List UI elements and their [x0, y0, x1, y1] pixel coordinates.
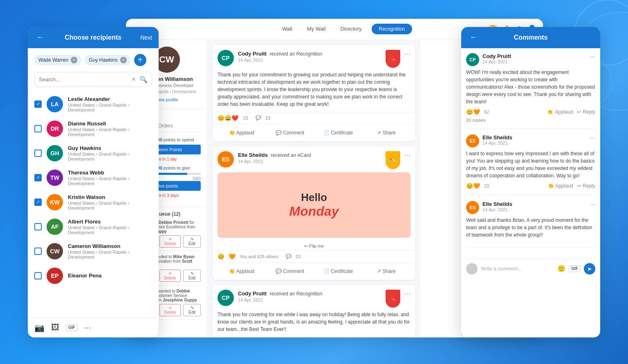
post-actions: 👏 Applaud 💬 Comment 📄 Certificate ↗ Shar…: [213, 262, 415, 280]
checkbox-guy[interactable]: [34, 150, 42, 157]
post-date: 14 Apr, 2021: [238, 159, 381, 164]
comments-panel: ← Comments CP Cody Pruitt 14 Apr, 2021 ·…: [461, 27, 600, 337]
checkbox-kristin[interactable]: [34, 199, 42, 206]
tab-recognition[interactable]: Recognition: [372, 24, 412, 34]
applaud-action[interactable]: 👏 Applaud: [548, 183, 573, 189]
post-avatar: ES: [218, 151, 234, 167]
applaud-action[interactable]: 👏 Applaud: [547, 109, 573, 115]
person-name: Cameron Williamson: [68, 243, 152, 249]
post-more-icon[interactable]: ···: [404, 151, 410, 160]
search-icon[interactable]: 🔍: [139, 76, 148, 83]
gif-button-comment[interactable]: GIF: [569, 265, 581, 272]
post-recognition-1: CP Cody Pruitt received an Recognition 1…: [213, 45, 415, 141]
list-item[interactable]: EP Eleanor Pena: [28, 264, 159, 288]
poster-name: Elle Sheilds: [238, 152, 268, 158]
recognition-badge-2: 🔖: [386, 290, 400, 308]
comment-text-input[interactable]: [481, 266, 554, 272]
comment-avatar: ES: [466, 134, 479, 147]
applaud-button[interactable]: 👏 Applaud: [218, 265, 266, 277]
avatar: EP: [47, 268, 63, 284]
certificate-button[interactable]: 📄 Certificate: [314, 265, 362, 277]
post-actions: 👏 Applaud 💬 Comment 📄 Certificate ↗ Shar…: [213, 124, 415, 141]
comment-button[interactable]: 💬 Comment: [266, 127, 314, 139]
edit-button[interactable]: ✎ Edit: [183, 270, 201, 282]
recognition-badge: 🔖: [386, 50, 400, 68]
next-button[interactable]: Next: [140, 34, 152, 41]
comments-list: CP Cody Pruitt 14 Apr, 2021 ··· WOW! I'm…: [461, 48, 600, 259]
share-button[interactable]: ↗ Share: [362, 265, 410, 277]
list-item[interactable]: DR Dianne Russell United States › Grand …: [28, 116, 159, 141]
emoji-button[interactable]: 🙂: [557, 265, 565, 272]
bottom-toolbar: 📷 🖼 GIF ···: [28, 317, 159, 337]
send-comment-button[interactable]: ➤: [584, 263, 595, 275]
add-recipient-button[interactable]: +: [134, 54, 146, 66]
list-item[interactable]: LA Leslie Alexander United States › Gran…: [28, 92, 159, 116]
avatar: LA: [47, 96, 63, 112]
comment-reactions: 😊🧡 23 👏 Applaud ↩ Reply: [466, 183, 595, 189]
main-feed: CP Cody Pruitt received an Recognition 1…: [208, 40, 420, 337]
gif-button[interactable]: GIF: [66, 324, 78, 331]
comments-back-button[interactable]: ←: [468, 32, 479, 43]
checkbox-eleanor[interactable]: [34, 272, 42, 279]
panel-title: Choose recipients: [51, 34, 135, 41]
checkbox-cameron[interactable]: [34, 248, 42, 255]
person-location: United States › Grand Rapids › Developme…: [68, 201, 152, 210]
more-icon[interactable]: ···: [84, 323, 91, 332]
delete-button[interactable]: ✕ Delete: [159, 270, 181, 282]
tab-wall[interactable]: Wall: [275, 20, 300, 38]
avatar: KW: [47, 194, 63, 210]
comment-reactions: 😊🧡 62 👏 Applaud ↩ Reply: [466, 109, 595, 115]
reply-action[interactable]: ↩ Reply: [577, 183, 595, 189]
search-bar: ✕ 🔍: [34, 72, 152, 87]
comment-body: WOW! I'm really excited about the engage…: [466, 69, 595, 105]
list-item[interactable]: AF Albert Flores United States › Grand R…: [28, 214, 159, 239]
post-header: CP Cody Pruitt received an Recognition 1…: [213, 285, 415, 311]
delete-button[interactable]: ✕ Delete: [159, 235, 181, 248]
person-location: United States › Grand Rapids › Developme…: [68, 250, 152, 259]
clear-icon[interactable]: ✕: [131, 76, 136, 83]
ecard-badge: 🎫: [386, 151, 400, 169]
avatar: AF: [47, 219, 63, 235]
list-item[interactable]: KW Kristin Watson United States › Grand …: [28, 190, 159, 214]
checkbox-theresa[interactable]: [34, 174, 42, 181]
person-name: Theresa Webb: [68, 170, 152, 176]
remove-guy-hawkins[interactable]: ✕: [120, 57, 127, 63]
camera-icon[interactable]: 📷: [34, 323, 45, 333]
person-location: United States › Grand Rapids › Developme…: [68, 152, 152, 161]
remove-wade-warren[interactable]: ✕: [71, 57, 77, 63]
edit-button[interactable]: ✎ Edit: [183, 304, 201, 316]
comment-more-icon[interactable]: ···: [590, 201, 595, 208]
tab-orders[interactable]: Orders: [158, 123, 173, 132]
post-header: ES Elle Sheilds received an eCard 14 Apr…: [213, 146, 415, 172]
comments-header: ← Comments: [461, 27, 600, 48]
image-icon[interactable]: 🖼: [51, 323, 59, 332]
checkbox-leslie[interactable]: [34, 100, 42, 108]
certificate-button[interactable]: 📄 Certificate: [314, 127, 362, 139]
reaction-count: 23: [243, 116, 248, 121]
checkbox-dianne[interactable]: [34, 125, 42, 132]
list-item[interactable]: TW Theresa Webb United States › Grand Ra…: [28, 165, 159, 190]
person-name: Albert Flores: [68, 219, 152, 225]
edit-button[interactable]: ✎ Edit: [183, 235, 201, 248]
comment-button[interactable]: 💬 Comment: [266, 265, 314, 277]
applaud-button[interactable]: 👏 Applaud: [218, 127, 266, 139]
post-more-icon[interactable]: ···: [404, 290, 410, 298]
search-input[interactable]: [39, 76, 128, 83]
avatar: GH: [47, 145, 63, 161]
comment-date: 14 Apr, 2021: [482, 207, 587, 212]
back-button[interactable]: ←: [34, 32, 46, 43]
delete-button[interactable]: ✕ Delete: [159, 304, 181, 316]
list-item[interactable]: CW Cameron Williamson United States › Gr…: [28, 239, 159, 264]
post-more-icon[interactable]: ···: [404, 50, 410, 58]
reply-action[interactable]: ↩ Reply: [577, 109, 595, 115]
tab-my-wall[interactable]: My Wall: [300, 20, 333, 38]
list-item[interactable]: GH Guy Hawkins United States › Grand Rap…: [28, 141, 159, 165]
tab-directory[interactable]: Directory: [333, 20, 369, 38]
comment-more-icon[interactable]: ···: [590, 134, 595, 142]
share-button[interactable]: ↗ Share: [362, 127, 410, 139]
person-location: United States › Grand Rapids › Developme…: [68, 225, 152, 235]
replies-count: 20 replies: [466, 118, 595, 123]
checkbox-albert[interactable]: [34, 223, 42, 230]
comment-more-icon[interactable]: ···: [590, 53, 595, 60]
flip-button[interactable]: ↩ Flip me: [213, 242, 415, 250]
